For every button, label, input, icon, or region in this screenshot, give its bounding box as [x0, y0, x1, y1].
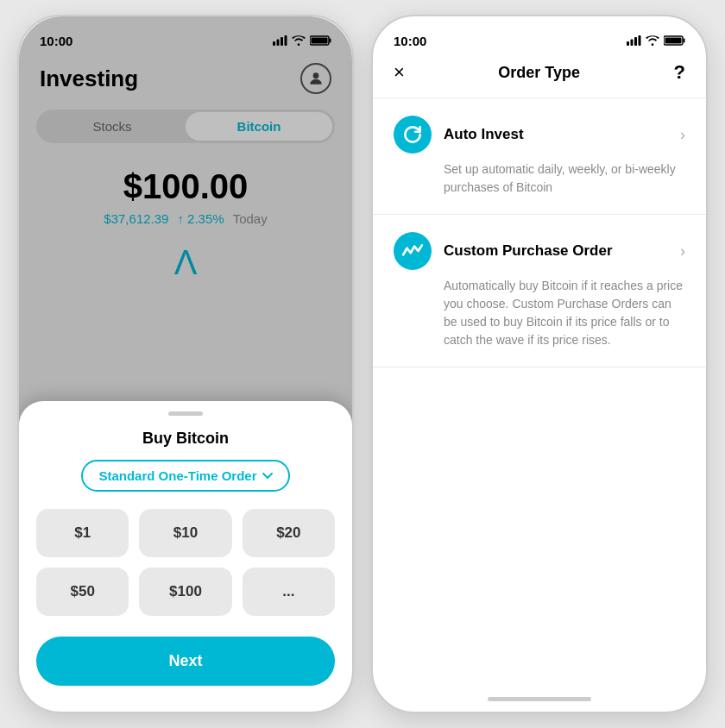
auto-invest-left: Auto Invest: [394, 116, 524, 154]
page-title: Investing: [40, 66, 138, 92]
right-status-icons: [627, 35, 685, 46]
profile-icon: [307, 70, 325, 87]
custom-purchase-option[interactable]: Custom Purchase Order › Automatically bu…: [373, 215, 706, 367]
auto-invest-name: Auto Invest: [444, 126, 524, 143]
tab-bar: Stocks Bitcoin: [36, 110, 335, 143]
auto-invest-row: Auto Invest ›: [394, 116, 685, 154]
svg-rect-2: [281, 37, 283, 46]
signal-icon: [627, 35, 641, 46]
auto-invest-icon: [394, 116, 432, 154]
amount-10[interactable]: $10: [139, 509, 231, 557]
sheet-handle: [168, 411, 203, 416]
amount-1[interactable]: $1: [36, 509, 129, 557]
left-main-content: Investing Stocks Bitcoin $100.00 $37,612…: [19, 54, 352, 282]
svg-rect-3: [285, 35, 287, 46]
change-pct: ↑ 2.35%: [177, 211, 224, 226]
amount-more[interactable]: ...: [243, 568, 335, 616]
battery-icon: [664, 35, 685, 46]
order-type-label: Standard One-Time Order: [98, 468, 256, 483]
close-button[interactable]: ×: [394, 63, 405, 82]
custom-purchase-desc: Automatically buy Bitcoin if it reaches …: [394, 277, 685, 349]
svg-rect-11: [639, 35, 641, 46]
svg-rect-1: [277, 40, 280, 47]
custom-purchase-chevron: ›: [680, 242, 685, 260]
right-phone: 10:00 × Order Type ?: [371, 15, 708, 713]
svg-rect-10: [634, 37, 637, 46]
wifi-icon: [646, 35, 659, 46]
svg-point-7: [313, 72, 319, 78]
next-button[interactable]: Next: [36, 637, 335, 686]
order-type-button[interactable]: Standard One-Time Order: [81, 460, 289, 492]
left-header: Investing: [36, 54, 335, 103]
amount-grid: $1 $10 $20 $50 $100 ...: [36, 509, 335, 616]
help-button[interactable]: ?: [674, 61, 685, 84]
period: Today: [233, 211, 268, 226]
svg-rect-14: [665, 38, 682, 44]
auto-invest-chevron: ›: [680, 126, 685, 144]
wifi-icon: [292, 35, 306, 46]
right-header: × Order Type ?: [373, 54, 706, 98]
chart-logo: Λ: [36, 243, 335, 282]
svg-rect-6: [312, 38, 328, 44]
custom-purchase-name: Custom Purchase Order: [444, 242, 613, 260]
signal-icon: [273, 35, 287, 46]
refresh-icon: [401, 123, 424, 146]
profile-button[interactable]: [300, 63, 331, 94]
amount-20[interactable]: $20: [243, 509, 335, 557]
price-meta: $37,612.39 ↑ 2.35% Today: [36, 211, 335, 226]
chevron-down-icon: [262, 473, 273, 480]
home-indicator-right: [488, 697, 591, 701]
amount-50[interactable]: $50: [36, 568, 129, 616]
auto-invest-option[interactable]: Auto Invest › Set up automatic daily, we…: [373, 98, 706, 215]
tab-bitcoin[interactable]: Bitcoin: [186, 112, 332, 141]
bottom-sheet: Buy Bitcoin Standard One-Time Order $1 $…: [19, 401, 352, 712]
tab-stocks[interactable]: Stocks: [39, 112, 186, 141]
battery-icon: [310, 35, 331, 46]
main-price: $100.00: [36, 167, 335, 206]
custom-purchase-left: Custom Purchase Order: [394, 232, 613, 270]
svg-rect-0: [273, 41, 275, 46]
svg-rect-9: [631, 40, 634, 47]
sheet-title: Buy Bitcoin: [36, 430, 335, 448]
chart-wave-icon: [401, 240, 424, 262]
custom-purchase-icon: [394, 232, 432, 270]
price-section: $100.00 $37,612.39 ↑ 2.35% Today: [36, 150, 335, 235]
right-status-bar: 10:00: [373, 16, 706, 54]
header-title: Order Type: [498, 64, 580, 82]
btc-price: $37,612.39: [104, 211, 168, 226]
amount-100[interactable]: $100: [139, 568, 231, 616]
left-status-icons: [273, 35, 331, 46]
svg-rect-5: [330, 39, 331, 43]
right-status-time: 10:00: [394, 34, 426, 48]
svg-rect-8: [627, 41, 629, 46]
left-status-bar: 10:00: [19, 16, 352, 54]
custom-purchase-row: Custom Purchase Order ›: [394, 232, 685, 270]
left-phone: 10:00 Investing: [17, 15, 354, 713]
auto-invest-desc: Set up automatic daily, weekly, or bi-we…: [394, 160, 685, 197]
svg-rect-13: [684, 39, 685, 43]
left-status-time: 10:00: [40, 34, 72, 48]
